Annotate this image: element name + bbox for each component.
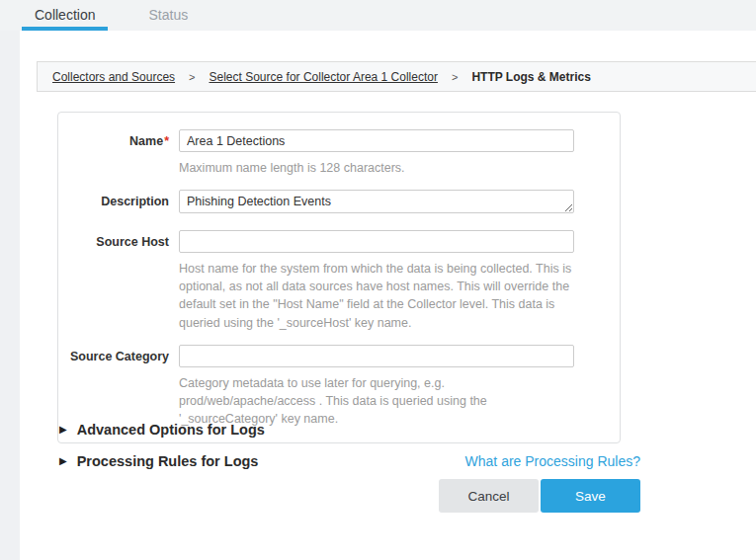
required-asterisk: * [164, 134, 169, 148]
expander-triangle-icon[interactable]: ▶ [59, 456, 67, 466]
action-buttons: Cancel Save [57, 479, 640, 513]
name-label: Name* [58, 129, 169, 177]
breadcrumb-collectors-and-sources[interactable]: Collectors and Sources [52, 70, 175, 84]
form-row-name: Name* Maximum name length is 128 charact… [58, 129, 620, 177]
advanced-options-section[interactable]: ▶ Advanced Options for Logs [59, 422, 640, 438]
cancel-button[interactable]: Cancel [439, 479, 539, 513]
source-category-label: Source Category [58, 345, 169, 428]
save-button[interactable]: Save [541, 479, 640, 513]
breadcrumb: Collectors and Sources > Select Source f… [37, 61, 756, 92]
name-helper-text: Maximum name length is 128 characters. [179, 159, 574, 177]
source-category-input[interactable] [179, 345, 574, 367]
advanced-options-title[interactable]: Advanced Options for Logs [77, 422, 265, 438]
processing-rules-section: ▶ Processing Rules for Logs What are Pro… [59, 453, 640, 469]
form-row-description: Description Phishing Detection Events [58, 190, 620, 217]
expander-triangle-icon[interactable]: ▶ [59, 425, 67, 435]
source-category-field-wrap: Category metadata to use later for query… [179, 345, 574, 428]
description-label: Description [58, 190, 169, 217]
source-host-field-wrap: Host name for the system from which the … [179, 230, 574, 332]
source-config-form: Name* Maximum name length is 128 charact… [57, 112, 621, 443]
tab-bar: Collection Status [0, 0, 756, 31]
form-row-source-category: Source Category Category metadata to use… [58, 345, 620, 428]
source-host-label: Source Host [58, 230, 169, 332]
name-label-text: Name [129, 134, 163, 148]
description-textarea[interactable]: Phishing Detection Events [179, 190, 574, 213]
breadcrumb-separator: > [452, 71, 458, 83]
main-content-panel: Collectors and Sources > Select Source f… [20, 31, 756, 560]
breadcrumb-separator: > [189, 71, 195, 83]
tab-collection[interactable]: Collection [22, 0, 108, 31]
breadcrumb-current-page: HTTP Logs & Metrics [471, 70, 590, 84]
source-host-helper-text: Host name for the system from which the … [179, 260, 574, 332]
description-field-wrap: Phishing Detection Events [179, 190, 574, 217]
what-are-processing-rules-link[interactable]: What are Processing Rules? [465, 453, 640, 469]
processing-rules-title[interactable]: Processing Rules for Logs [77, 453, 259, 469]
tab-status[interactable]: Status [135, 0, 201, 31]
name-field-wrap: Maximum name length is 128 characters. [179, 129, 574, 177]
source-category-helper-text: Category metadata to use later for query… [179, 374, 574, 428]
breadcrumb-select-source[interactable]: Select Source for Collector Area 1 Colle… [210, 70, 438, 84]
name-input[interactable] [179, 129, 574, 152]
source-host-input[interactable] [179, 230, 574, 253]
form-row-source-host: Source Host Host name for the system fro… [58, 230, 620, 332]
